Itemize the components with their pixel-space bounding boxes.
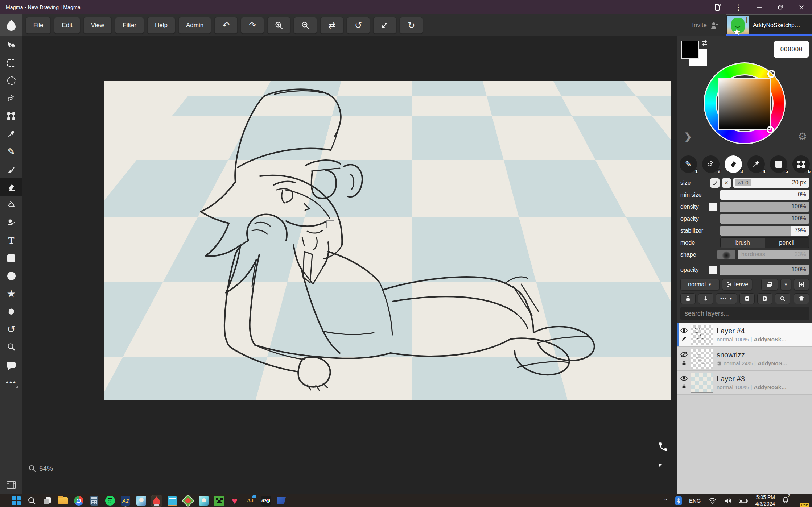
start-button[interactable] <box>11 495 22 506</box>
tool-brush[interactable] <box>0 161 22 178</box>
color-settings-gear-icon[interactable]: ⚙ <box>798 130 807 142</box>
slot-5-shape[interactable]: 5 <box>770 155 787 173</box>
close-button[interactable] <box>791 0 812 14</box>
search-layers-input[interactable] <box>680 307 809 320</box>
search-layers-field[interactable] <box>680 307 809 320</box>
tool-comment[interactable] <box>0 356 22 374</box>
minimize-button[interactable] <box>749 0 770 14</box>
tool-eraser[interactable] <box>0 178 22 196</box>
visibility-off-icon[interactable] <box>680 352 688 357</box>
tool-move[interactable] <box>0 36 22 54</box>
mode-pencil-button[interactable]: pencil <box>765 238 809 248</box>
tool-hand[interactable] <box>0 303 22 320</box>
slot-4-eyedropper[interactable]: 4 <box>747 155 765 173</box>
layer-row-3[interactable]: Layer #3 normal 100%|AddyNoSk… <box>677 371 812 395</box>
tool-lasso-fill[interactable] <box>0 214 22 232</box>
export-layer-button[interactable] <box>757 293 772 304</box>
melon-app-button[interactable] <box>182 495 193 506</box>
add-layer-button[interactable] <box>794 279 809 290</box>
voice-call-button[interactable] <box>658 441 669 454</box>
layer-row-snowrizz[interactable]: snowrizz normal 24%|AddyNoS… <box>677 347 812 371</box>
reset-rotation-button[interactable]: ↻ <box>400 17 423 34</box>
tool-undo[interactable]: ↺ <box>0 320 22 338</box>
tray-expand-chevron[interactable]: ⌃ <box>663 498 668 504</box>
layer-row-4[interactable]: Layer #4 normal 100%|AddyNoSk… <box>677 323 812 347</box>
density-checkbox[interactable] <box>709 203 717 211</box>
density-slider[interactable]: 100% <box>720 202 809 212</box>
artboard[interactable] <box>104 81 671 400</box>
mode-brush-button[interactable]: brush <box>721 238 765 248</box>
stabilizer-slider[interactable]: 79% <box>720 226 809 236</box>
hue-marker[interactable] <box>767 70 775 78</box>
search-layers-button[interactable] <box>775 293 790 304</box>
lock-layer-button[interactable] <box>680 293 696 304</box>
a2-app-button[interactable]: A2 <box>120 495 131 506</box>
blend-mode-dropdown[interactable]: normal▼ <box>680 279 720 290</box>
invite-button[interactable]: Invite <box>692 22 719 29</box>
notepad-button[interactable] <box>167 495 178 506</box>
tool-text[interactable]: T <box>0 232 22 249</box>
undo-button[interactable]: ↶ <box>214 17 238 34</box>
layer-opacity-slider[interactable]: 100% <box>720 265 809 275</box>
canvas-zoom-indicator[interactable]: 54% <box>28 465 53 473</box>
tool-pencil[interactable]: ✎ <box>0 143 22 161</box>
aj-app-button[interactable]: AJ <box>245 495 256 506</box>
language-indicator[interactable]: ENG <box>689 498 701 504</box>
ps2-app-button[interactable] <box>276 495 287 506</box>
user-chip[interactable]: ★ AddyNoSketchp… <box>726 14 812 36</box>
magma-taskbar-button[interactable] <box>151 495 162 506</box>
leave-button[interactable]: leave <box>722 279 752 290</box>
tray-clock[interactable]: 5:05 PM 4/3/2024 <box>755 494 775 507</box>
delete-layer-button[interactable] <box>794 293 809 304</box>
slot-3-eraser[interactable]: 3 <box>725 155 742 173</box>
hex-color-input[interactable]: 000000 <box>774 41 809 58</box>
layer-opacity-checkbox[interactable] <box>709 266 717 274</box>
slot-6-transform[interactable]: 6 <box>792 155 810 173</box>
merge-down-button[interactable] <box>698 293 713 304</box>
menu-file[interactable]: File <box>26 17 51 34</box>
wifi-icon[interactable] <box>708 498 716 504</box>
sv-marker[interactable] <box>767 126 774 133</box>
min-size-slider[interactable]: 0% <box>720 190 809 200</box>
file-explorer-button[interactable] <box>58 495 69 506</box>
saturation-value-square[interactable] <box>718 78 771 130</box>
taskbar-search[interactable] <box>26 495 37 506</box>
size-clear-button[interactable]: ✕ <box>722 178 731 188</box>
canvas-area[interactable]: 54% <box>22 36 677 494</box>
browser-menu-icon[interactable]: ⋮ <box>728 0 749 14</box>
slot-2-lasso[interactable]: 2 <box>702 155 720 173</box>
duplicate-options-dropdown[interactable]: ▼ <box>780 279 791 290</box>
tool-zoom[interactable] <box>0 338 22 356</box>
battery-icon[interactable] <box>739 498 748 503</box>
menu-view[interactable]: View <box>83 17 112 34</box>
notifications-button[interactable]: Z <box>782 496 789 505</box>
chrome-button[interactable] <box>73 495 84 506</box>
opacity-slider[interactable]: 100% <box>720 214 809 224</box>
import-layer-button[interactable] <box>739 293 755 304</box>
task-view-button[interactable] <box>42 495 53 506</box>
primary-color-swatch[interactable] <box>681 41 699 59</box>
magma-logo[interactable] <box>0 14 22 36</box>
tool-lasso-transform[interactable] <box>0 90 22 107</box>
menu-filter[interactable]: Filter <box>115 17 144 34</box>
tool-star[interactable]: ★ <box>0 285 22 303</box>
zoom-out-button[interactable] <box>294 17 317 34</box>
visibility-on-icon[interactable] <box>680 376 688 381</box>
rotate-ccw-button[interactable]: ↺ <box>347 17 370 34</box>
layer-more-button[interactable]: •••▼ <box>716 293 737 304</box>
calculator-button[interactable] <box>89 495 100 506</box>
tool-more[interactable]: ••• <box>0 374 22 391</box>
tool-rect-select[interactable] <box>0 54 22 72</box>
heart-app-button[interactable]: ♥ <box>229 495 240 506</box>
minecraft-button[interactable] <box>214 495 224 506</box>
anime-app-button[interactable] <box>136 495 147 506</box>
fit-view-button[interactable] <box>373 17 396 34</box>
install-app-icon[interactable] <box>707 0 728 14</box>
collapse-panel-chevron[interactable]: ❯ <box>684 131 692 142</box>
volume-icon[interactable] <box>724 498 731 504</box>
tool-circle[interactable] <box>0 267 22 285</box>
size-brush-button[interactable] <box>710 178 720 188</box>
tool-ellipse-select[interactable] <box>0 72 22 90</box>
size-slider[interactable]: ×1.0 20 px <box>733 178 809 188</box>
tool-rectangle[interactable] <box>0 249 22 267</box>
